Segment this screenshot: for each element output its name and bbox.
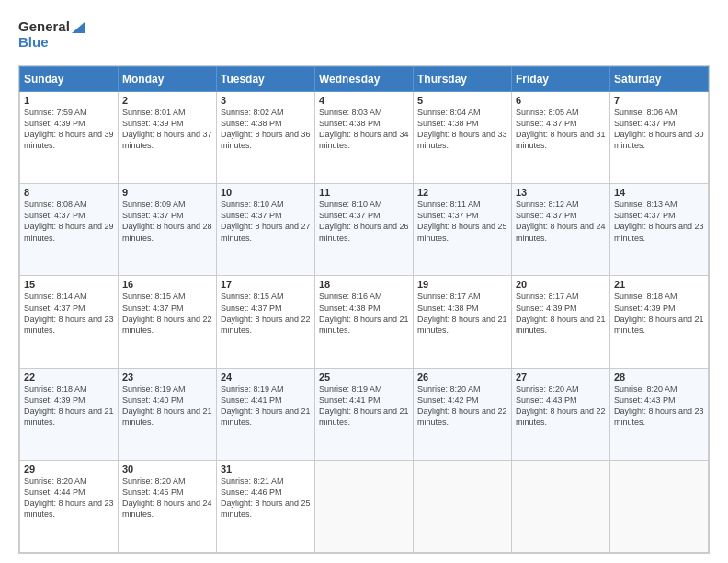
calendar-cell: 2Sunrise: 8:01 AMSunset: 4:39 PMDaylight… (119, 92, 217, 184)
day-info: Sunrise: 8:05 AMSunset: 4:37 PMDaylight:… (516, 107, 606, 152)
day-number: 9 (122, 187, 212, 198)
day-number: 20 (516, 279, 606, 290)
day-number: 6 (516, 95, 606, 106)
calendar-cell (414, 460, 512, 552)
day-info: Sunrise: 8:17 AMSunset: 4:39 PMDaylight:… (516, 291, 606, 336)
calendar-cell: 7Sunrise: 8:06 AMSunset: 4:37 PMDaylight… (610, 92, 709, 184)
day-info: Sunrise: 8:17 AMSunset: 4:38 PMDaylight:… (417, 291, 507, 336)
calendar-cell: 19Sunrise: 8:17 AMSunset: 4:38 PMDayligh… (414, 276, 512, 368)
day-number: 26 (417, 372, 507, 383)
day-info: Sunrise: 8:08 AMSunset: 4:37 PMDaylight:… (24, 199, 114, 244)
day-number: 4 (319, 95, 409, 106)
calendar-cell: 17Sunrise: 8:15 AMSunset: 4:37 PMDayligh… (217, 276, 315, 368)
day-number: 8 (24, 187, 114, 198)
day-number: 28 (614, 372, 704, 383)
day-info: Sunrise: 8:19 AMSunset: 4:41 PMDaylight:… (319, 384, 409, 429)
day-info: Sunrise: 8:10 AMSunset: 4:37 PMDaylight:… (221, 199, 311, 244)
calendar-cell: 24Sunrise: 8:19 AMSunset: 4:41 PMDayligh… (217, 368, 315, 460)
calendar-cell: 5Sunrise: 8:04 AMSunset: 4:38 PMDaylight… (414, 92, 512, 184)
calendar-cell (610, 460, 709, 552)
calendar-day-header: Thursday (414, 67, 512, 92)
day-number: 12 (417, 187, 507, 198)
svg-text:Blue: Blue (18, 34, 49, 50)
calendar-cell: 6Sunrise: 8:05 AMSunset: 4:37 PMDaylight… (512, 92, 610, 184)
calendar-cell: 25Sunrise: 8:19 AMSunset: 4:41 PMDayligh… (315, 368, 414, 460)
calendar-day-header: Saturday (610, 67, 709, 92)
page: General Blue SundayMondayTuesdayWednesda… (0, 0, 728, 563)
day-info: Sunrise: 8:01 AMSunset: 4:39 PMDaylight:… (122, 107, 212, 152)
day-number: 18 (319, 279, 409, 290)
calendar-cell: 20Sunrise: 8:17 AMSunset: 4:39 PMDayligh… (512, 276, 610, 368)
calendar-cell: 21Sunrise: 8:18 AMSunset: 4:39 PMDayligh… (610, 276, 709, 368)
day-info: Sunrise: 8:20 AMSunset: 4:43 PMDaylight:… (614, 384, 704, 429)
calendar-cell: 30Sunrise: 8:20 AMSunset: 4:45 PMDayligh… (119, 460, 217, 552)
day-info: Sunrise: 8:15 AMSunset: 4:37 PMDaylight:… (221, 291, 311, 336)
day-info: Sunrise: 8:12 AMSunset: 4:37 PMDaylight:… (516, 199, 606, 244)
day-number: 7 (614, 95, 704, 106)
day-info: Sunrise: 8:21 AMSunset: 4:46 PMDaylight:… (221, 476, 311, 521)
day-number: 31 (221, 464, 311, 475)
calendar-day-header: Wednesday (315, 67, 414, 92)
day-number: 19 (417, 279, 507, 290)
header: General Blue (18, 15, 710, 56)
day-number: 27 (516, 372, 606, 383)
day-number: 10 (221, 187, 311, 198)
day-number: 30 (122, 464, 212, 475)
day-info: Sunrise: 8:14 AMSunset: 4:37 PMDaylight:… (24, 291, 114, 336)
day-info: Sunrise: 8:09 AMSunset: 4:37 PMDaylight:… (122, 199, 212, 244)
calendar-cell: 27Sunrise: 8:20 AMSunset: 4:43 PMDayligh… (512, 368, 610, 460)
day-info: Sunrise: 8:20 AMSunset: 4:45 PMDaylight:… (122, 476, 212, 521)
calendar-day-header: Tuesday (217, 67, 315, 92)
day-number: 17 (221, 279, 311, 290)
calendar-day-header: Friday (512, 67, 610, 92)
calendar-cell: 18Sunrise: 8:16 AMSunset: 4:38 PMDayligh… (315, 276, 414, 368)
logo-svg: General Blue (18, 15, 92, 56)
day-info: Sunrise: 8:16 AMSunset: 4:38 PMDaylight:… (319, 291, 409, 336)
calendar-cell: 11Sunrise: 8:10 AMSunset: 4:37 PMDayligh… (315, 184, 414, 276)
calendar-cell: 4Sunrise: 8:03 AMSunset: 4:38 PMDaylight… (315, 92, 414, 184)
day-info: Sunrise: 8:11 AMSunset: 4:37 PMDaylight:… (417, 199, 507, 244)
day-number: 2 (122, 95, 212, 106)
calendar-cell: 9Sunrise: 8:09 AMSunset: 4:37 PMDaylight… (119, 184, 217, 276)
day-info: Sunrise: 8:20 AMSunset: 4:42 PMDaylight:… (417, 384, 507, 429)
calendar-cell: 29Sunrise: 8:20 AMSunset: 4:44 PMDayligh… (20, 460, 119, 552)
day-number: 29 (24, 464, 114, 475)
calendar-cell (512, 460, 610, 552)
day-number: 16 (122, 279, 212, 290)
calendar-week-row: 1Sunrise: 7:59 AMSunset: 4:39 PMDaylight… (20, 92, 709, 184)
calendar-week-row: 8Sunrise: 8:08 AMSunset: 4:37 PMDaylight… (20, 184, 709, 276)
calendar-cell: 14Sunrise: 8:13 AMSunset: 4:37 PMDayligh… (610, 184, 709, 276)
calendar-cell: 23Sunrise: 8:19 AMSunset: 4:40 PMDayligh… (119, 368, 217, 460)
calendar: SundayMondayTuesdayWednesdayThursdayFrid… (18, 65, 710, 554)
day-info: Sunrise: 8:06 AMSunset: 4:37 PMDaylight:… (614, 107, 704, 152)
calendar-cell: 3Sunrise: 8:02 AMSunset: 4:38 PMDaylight… (217, 92, 315, 184)
day-number: 22 (24, 372, 114, 383)
calendar-cell: 1Sunrise: 7:59 AMSunset: 4:39 PMDaylight… (20, 92, 119, 184)
day-number: 5 (417, 95, 507, 106)
svg-marker-2 (72, 22, 85, 33)
calendar-body: 1Sunrise: 7:59 AMSunset: 4:39 PMDaylight… (20, 92, 709, 553)
calendar-cell: 8Sunrise: 8:08 AMSunset: 4:37 PMDaylight… (20, 184, 119, 276)
day-number: 25 (319, 372, 409, 383)
day-info: Sunrise: 8:19 AMSunset: 4:41 PMDaylight:… (221, 384, 311, 429)
day-info: Sunrise: 8:15 AMSunset: 4:37 PMDaylight:… (122, 291, 212, 336)
day-info: Sunrise: 8:18 AMSunset: 4:39 PMDaylight:… (24, 384, 114, 429)
calendar-day-header: Sunday (20, 67, 119, 92)
calendar-cell: 22Sunrise: 8:18 AMSunset: 4:39 PMDayligh… (20, 368, 119, 460)
calendar-cell: 28Sunrise: 8:20 AMSunset: 4:43 PMDayligh… (610, 368, 709, 460)
calendar-cell: 13Sunrise: 8:12 AMSunset: 4:37 PMDayligh… (512, 184, 610, 276)
day-number: 15 (24, 279, 114, 290)
calendar-cell: 31Sunrise: 8:21 AMSunset: 4:46 PMDayligh… (217, 460, 315, 552)
calendar-week-row: 22Sunrise: 8:18 AMSunset: 4:39 PMDayligh… (20, 368, 709, 460)
calendar-cell (315, 460, 414, 552)
day-info: Sunrise: 8:10 AMSunset: 4:37 PMDaylight:… (319, 199, 409, 244)
day-info: Sunrise: 8:04 AMSunset: 4:38 PMDaylight:… (417, 107, 507, 152)
day-number: 3 (221, 95, 311, 106)
calendar-cell: 10Sunrise: 8:10 AMSunset: 4:37 PMDayligh… (217, 184, 315, 276)
calendar-header-row: SundayMondayTuesdayWednesdayThursdayFrid… (20, 67, 709, 92)
day-info: Sunrise: 8:02 AMSunset: 4:38 PMDaylight:… (221, 107, 311, 152)
calendar-week-row: 29Sunrise: 8:20 AMSunset: 4:44 PMDayligh… (20, 460, 709, 552)
calendar-cell: 16Sunrise: 8:15 AMSunset: 4:37 PMDayligh… (119, 276, 217, 368)
day-info: Sunrise: 8:20 AMSunset: 4:43 PMDaylight:… (516, 384, 606, 429)
calendar-cell: 26Sunrise: 8:20 AMSunset: 4:42 PMDayligh… (414, 368, 512, 460)
